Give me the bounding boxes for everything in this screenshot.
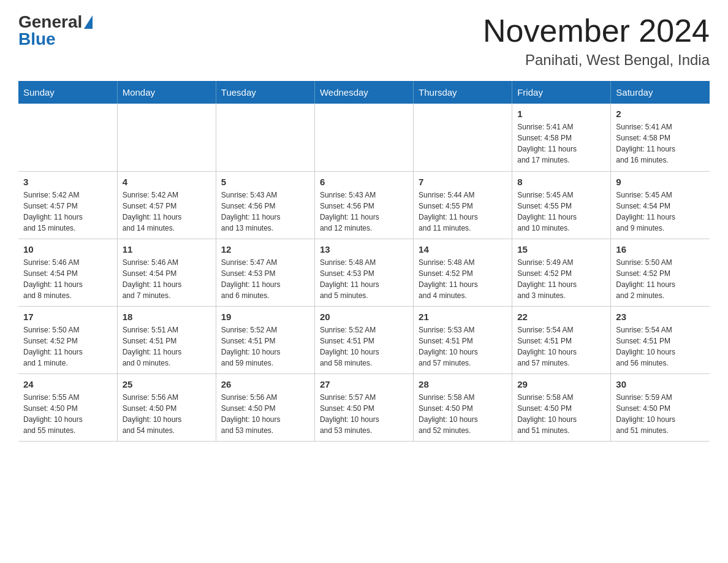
day-cell: 3Sunrise: 5:42 AM Sunset: 4:57 PM Daylig… (18, 171, 117, 239)
day-cell (117, 104, 216, 171)
day-cell: 17Sunrise: 5:50 AM Sunset: 4:52 PM Dayli… (18, 306, 117, 373)
weekday-header-sunday: Sunday (18, 81, 117, 104)
day-info: Sunrise: 5:41 AM Sunset: 4:58 PM Dayligh… (616, 121, 705, 166)
day-cell: 15Sunrise: 5:49 AM Sunset: 4:52 PM Dayli… (512, 239, 611, 306)
day-cell: 27Sunrise: 5:57 AM Sunset: 4:50 PM Dayli… (314, 373, 413, 441)
day-cell: 26Sunrise: 5:56 AM Sunset: 4:50 PM Dayli… (216, 373, 314, 441)
day-cell: 10Sunrise: 5:46 AM Sunset: 4:54 PM Dayli… (18, 239, 117, 306)
weekday-header-monday: Monday (117, 81, 216, 104)
week-row-3: 17Sunrise: 5:50 AM Sunset: 4:52 PM Dayli… (18, 306, 710, 373)
logo-blue-text: Blue (18, 29, 56, 49)
month-title: November 2024 (483, 12, 710, 49)
day-info: Sunrise: 5:54 AM Sunset: 4:51 PM Dayligh… (517, 324, 605, 369)
header: General Blue November 2024 Panihati, Wes… (18, 12, 710, 69)
day-info: Sunrise: 5:58 AM Sunset: 4:50 PM Dayligh… (517, 392, 605, 436)
day-number: 19 (221, 312, 309, 322)
day-number: 25 (123, 379, 211, 389)
day-info: Sunrise: 5:47 AM Sunset: 4:53 PM Dayligh… (221, 257, 309, 301)
day-number: 18 (123, 312, 211, 322)
day-number: 29 (517, 379, 605, 389)
day-cell: 8Sunrise: 5:45 AM Sunset: 4:55 PM Daylig… (512, 171, 611, 239)
calendar-table: SundayMondayTuesdayWednesdayThursdayFrid… (18, 81, 710, 442)
day-info: Sunrise: 5:54 AM Sunset: 4:51 PM Dayligh… (616, 324, 705, 369)
logo: General Blue (18, 12, 93, 49)
day-info: Sunrise: 5:46 AM Sunset: 4:54 PM Dayligh… (23, 257, 112, 301)
day-number: 9 (616, 177, 705, 187)
day-cell: 19Sunrise: 5:52 AM Sunset: 4:51 PM Dayli… (216, 306, 314, 373)
day-cell (216, 104, 314, 171)
day-info: Sunrise: 5:50 AM Sunset: 4:52 PM Dayligh… (23, 324, 112, 369)
day-number: 10 (23, 244, 112, 255)
day-cell: 12Sunrise: 5:47 AM Sunset: 4:53 PM Dayli… (216, 239, 314, 306)
day-number: 24 (23, 379, 112, 389)
day-info: Sunrise: 5:44 AM Sunset: 4:55 PM Dayligh… (419, 190, 507, 234)
day-cell: 18Sunrise: 5:51 AM Sunset: 4:51 PM Dayli… (117, 306, 216, 373)
day-cell: 9Sunrise: 5:45 AM Sunset: 4:54 PM Daylig… (611, 171, 710, 239)
day-info: Sunrise: 5:45 AM Sunset: 4:55 PM Dayligh… (517, 190, 605, 234)
day-info: Sunrise: 5:52 AM Sunset: 4:51 PM Dayligh… (320, 324, 408, 369)
day-number: 2 (616, 109, 705, 119)
day-number: 3 (23, 177, 112, 187)
day-info: Sunrise: 5:45 AM Sunset: 4:54 PM Dayligh… (616, 190, 705, 234)
day-info: Sunrise: 5:41 AM Sunset: 4:58 PM Dayligh… (517, 121, 605, 166)
day-info: Sunrise: 5:48 AM Sunset: 4:52 PM Dayligh… (419, 257, 507, 301)
day-info: Sunrise: 5:51 AM Sunset: 4:51 PM Dayligh… (123, 324, 211, 369)
day-cell: 20Sunrise: 5:52 AM Sunset: 4:51 PM Dayli… (314, 306, 413, 373)
day-info: Sunrise: 5:57 AM Sunset: 4:50 PM Dayligh… (320, 392, 408, 436)
week-row-1: 3Sunrise: 5:42 AM Sunset: 4:57 PM Daylig… (18, 171, 710, 239)
day-info: Sunrise: 5:55 AM Sunset: 4:50 PM Dayligh… (23, 392, 112, 436)
day-info: Sunrise: 5:53 AM Sunset: 4:51 PM Dayligh… (419, 324, 507, 369)
day-number: 5 (221, 177, 309, 187)
day-cell: 5Sunrise: 5:43 AM Sunset: 4:56 PM Daylig… (216, 171, 314, 239)
day-number: 15 (517, 244, 605, 255)
day-cell: 14Sunrise: 5:48 AM Sunset: 4:52 PM Dayli… (414, 239, 512, 306)
day-cell: 23Sunrise: 5:54 AM Sunset: 4:51 PM Dayli… (611, 306, 710, 373)
day-number: 28 (419, 379, 507, 389)
day-number: 7 (419, 177, 507, 187)
weekday-header-thursday: Thursday (414, 81, 512, 104)
day-cell: 11Sunrise: 5:46 AM Sunset: 4:54 PM Dayli… (117, 239, 216, 306)
day-cell: 24Sunrise: 5:55 AM Sunset: 4:50 PM Dayli… (18, 373, 117, 441)
day-cell: 4Sunrise: 5:42 AM Sunset: 4:57 PM Daylig… (117, 171, 216, 239)
day-number: 26 (221, 379, 309, 389)
day-cell: 7Sunrise: 5:44 AM Sunset: 4:55 PM Daylig… (414, 171, 512, 239)
day-number: 8 (517, 177, 605, 187)
week-row-2: 10Sunrise: 5:46 AM Sunset: 4:54 PM Dayli… (18, 239, 710, 306)
day-number: 1 (517, 109, 605, 119)
day-number: 13 (320, 244, 408, 255)
week-row-0: 1Sunrise: 5:41 AM Sunset: 4:58 PM Daylig… (18, 104, 710, 171)
day-info: Sunrise: 5:42 AM Sunset: 4:57 PM Dayligh… (23, 190, 112, 234)
day-cell: 22Sunrise: 5:54 AM Sunset: 4:51 PM Dayli… (512, 306, 611, 373)
day-info: Sunrise: 5:48 AM Sunset: 4:53 PM Dayligh… (320, 257, 408, 301)
day-info: Sunrise: 5:59 AM Sunset: 4:50 PM Dayligh… (616, 392, 705, 436)
day-cell: 29Sunrise: 5:58 AM Sunset: 4:50 PM Dayli… (512, 373, 611, 441)
day-info: Sunrise: 5:46 AM Sunset: 4:54 PM Dayligh… (123, 257, 211, 301)
day-cell: 6Sunrise: 5:43 AM Sunset: 4:56 PM Daylig… (314, 171, 413, 239)
day-number: 12 (221, 244, 309, 255)
day-number: 11 (123, 244, 211, 255)
day-info: Sunrise: 5:56 AM Sunset: 4:50 PM Dayligh… (123, 392, 211, 436)
week-row-4: 24Sunrise: 5:55 AM Sunset: 4:50 PM Dayli… (18, 373, 710, 441)
day-info: Sunrise: 5:43 AM Sunset: 4:56 PM Dayligh… (320, 190, 408, 234)
weekday-header-saturday: Saturday (611, 81, 710, 104)
day-info: Sunrise: 5:49 AM Sunset: 4:52 PM Dayligh… (517, 257, 605, 301)
day-cell: 2Sunrise: 5:41 AM Sunset: 4:58 PM Daylig… (611, 104, 710, 171)
day-cell: 21Sunrise: 5:53 AM Sunset: 4:51 PM Dayli… (414, 306, 512, 373)
day-cell (414, 104, 512, 171)
day-info: Sunrise: 5:56 AM Sunset: 4:50 PM Dayligh… (221, 392, 309, 436)
day-cell (314, 104, 413, 171)
day-cell: 1Sunrise: 5:41 AM Sunset: 4:58 PM Daylig… (512, 104, 611, 171)
day-cell: 16Sunrise: 5:50 AM Sunset: 4:52 PM Dayli… (611, 239, 710, 306)
day-number: 16 (616, 244, 705, 255)
title-area: November 2024 Panihati, West Bengal, Ind… (483, 12, 710, 69)
day-info: Sunrise: 5:50 AM Sunset: 4:52 PM Dayligh… (616, 257, 705, 301)
weekday-header-friday: Friday (512, 81, 611, 104)
day-number: 30 (616, 379, 705, 389)
day-number: 4 (123, 177, 211, 187)
weekday-header-row: SundayMondayTuesdayWednesdayThursdayFrid… (18, 81, 710, 104)
weekday-header-tuesday: Tuesday (216, 81, 314, 104)
day-info: Sunrise: 5:43 AM Sunset: 4:56 PM Dayligh… (221, 190, 309, 234)
day-number: 21 (419, 312, 507, 322)
day-info: Sunrise: 5:42 AM Sunset: 4:57 PM Dayligh… (123, 190, 211, 234)
day-info: Sunrise: 5:52 AM Sunset: 4:51 PM Dayligh… (221, 324, 309, 369)
